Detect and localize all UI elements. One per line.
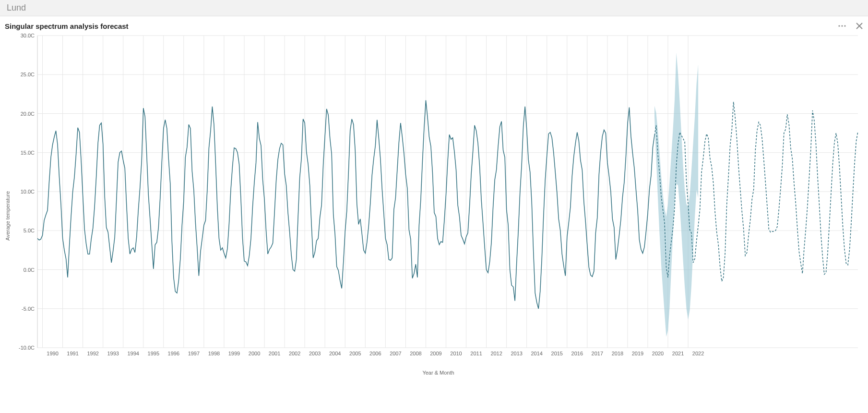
- x-tick-label: 2014: [531, 351, 542, 356]
- x-tick-label: 2004: [329, 351, 341, 356]
- x-tick-label: 1994: [127, 351, 139, 356]
- y-tick-label: 25.0C: [21, 72, 35, 77]
- page-title: Lund: [7, 3, 26, 12]
- y-tick-label: 5.0C: [24, 228, 35, 233]
- series-line-actual: [37, 100, 654, 309]
- y-tick-label: 10.0C: [21, 189, 35, 194]
- x-tick-label: 1999: [228, 351, 240, 356]
- x-tick-label: 2021: [672, 351, 684, 356]
- forecast-confidence-band: [654, 53, 698, 337]
- chart-area: Average temperature 30.0C25.0C20.0C15.0C…: [5, 31, 863, 381]
- x-tick-label: 1998: [208, 351, 220, 356]
- x-tick-label: 2000: [249, 351, 260, 356]
- x-tick-label: 2006: [369, 351, 381, 356]
- y-axis-title: Average temperature: [5, 31, 13, 381]
- y-tick-label: 0.0C: [24, 267, 35, 273]
- x-tick-label: 2005: [349, 351, 361, 356]
- chart-svg: 30.0C25.0C20.0C15.0C10.0C5.0C0.0C-5.0C-1…: [13, 31, 863, 367]
- x-tick-label: 2010: [450, 351, 462, 356]
- x-tick-label: 1991: [67, 351, 78, 356]
- svg-point-0: [838, 25, 840, 26]
- x-tick-label: 1990: [47, 351, 58, 356]
- x-tick-label: 2016: [571, 351, 583, 356]
- x-tick-label: 1993: [107, 351, 119, 356]
- x-tick-label: 2013: [511, 351, 522, 356]
- page-header: Lund: [0, 0, 868, 16]
- x-tick-label: 2009: [430, 351, 441, 356]
- x-tick-label: 2008: [410, 351, 421, 356]
- chart-panel: Singular spectrum analysis forecast Aver…: [0, 16, 868, 381]
- y-tick-label: 15.0C: [21, 150, 35, 156]
- x-tick-label: 2015: [551, 351, 563, 356]
- panel-title-row: Singular spectrum analysis forecast: [5, 21, 863, 31]
- panel-actions: [837, 21, 863, 31]
- svg-point-1: [841, 25, 843, 26]
- chart-svg-holder: 30.0C25.0C20.0C15.0C10.0C5.0C0.0C-5.0C-1…: [13, 31, 863, 381]
- y-tick-label: -10.0C: [19, 345, 35, 351]
- y-tick-label: 30.0C: [21, 33, 35, 38]
- x-tick-label: 2020: [652, 351, 664, 356]
- x-tick-label: 1996: [168, 351, 179, 356]
- x-tick-label: 2001: [269, 351, 280, 356]
- x-tick-label: 2019: [632, 351, 643, 356]
- x-axis-title: Year & Month: [13, 367, 863, 381]
- x-tick-label: 2011: [470, 351, 482, 356]
- x-tick-label: 2002: [289, 351, 300, 356]
- x-tick-label: 2017: [592, 351, 603, 356]
- x-tick-label: 2018: [612, 351, 623, 356]
- x-tick-label: 1992: [87, 351, 98, 356]
- x-tick-label: 1995: [148, 351, 159, 356]
- y-tick-label: 20.0C: [21, 111, 35, 117]
- x-tick-label: 2007: [390, 351, 401, 356]
- x-tick-label: 2003: [309, 351, 321, 356]
- x-tick-label: 2012: [490, 351, 502, 356]
- x-tick-label: 2022: [692, 351, 704, 356]
- more-options-icon[interactable]: [837, 21, 847, 31]
- svg-point-2: [844, 25, 845, 26]
- panel-title: Singular spectrum analysis forecast: [5, 22, 129, 30]
- x-tick-label: 1997: [188, 351, 200, 356]
- y-tick-label: -5.0C: [22, 306, 35, 312]
- close-icon[interactable]: [856, 22, 863, 30]
